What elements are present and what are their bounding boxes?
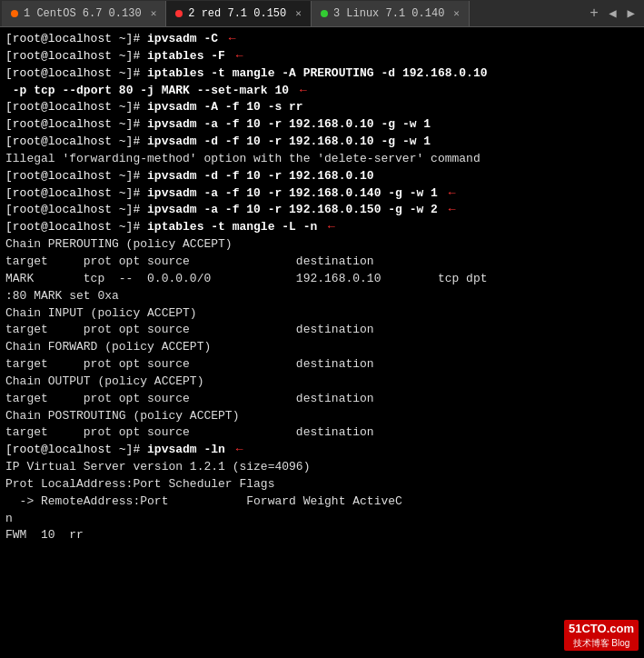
tab-1[interactable]: 1 CentOS 6.7 0.130✕ (2, 1, 166, 26)
terminal-line: Prot LocalAddress:Port Scheduler Flags (5, 476, 639, 494)
arrow-indicator: ← (222, 31, 236, 48)
terminal-line: [root@localhost ~]# ipvsadm -a -f 10 -r … (5, 116, 639, 134)
terminal-line: [root@localhost ~]# ipvsadm -ln ← (5, 442, 639, 459)
tab-dot-2 (175, 10, 183, 17)
tab-close-1[interactable]: ✕ (151, 7, 157, 19)
terminal-line: -p tcp --dport 80 -j MARK --set-mark 10 … (5, 83, 639, 100)
output-text: target prot opt source destination (5, 391, 374, 408)
terminal-line: [root@localhost ~]# iptables -t mangle -… (5, 65, 639, 83)
tab-prev-button[interactable]: ◀ (605, 4, 619, 23)
terminal-line: -> RemoteAddress:Port Forward Weight Act… (5, 494, 639, 511)
output-text: Chain FORWARD (policy ACCEPT) (5, 339, 211, 356)
terminal-line: IP Virtual Server version 1.2.1 (size=40… (5, 459, 639, 476)
tab-dot-3 (321, 10, 328, 17)
terminal-line: target prot opt source destination (5, 322, 639, 339)
output-text: target prot opt source destination (5, 356, 374, 374)
tab-close-2[interactable]: ✕ (295, 7, 302, 19)
command: ipvsadm -a -f 10 -r 192.168.0.140 -g -w … (147, 185, 438, 203)
terminal-line: target prot opt source destination (5, 254, 639, 271)
output-text: Chain INPUT (policy ACCEPT) (5, 305, 197, 323)
tab-close-3[interactable]: ✕ (453, 7, 460, 19)
command: ipvsadm -a -f 10 -r 192.168.0.150 -g -w … (147, 202, 438, 219)
command: iptables -t mangle -A PREROUTING -d 192.… (147, 65, 487, 83)
terminal-line: [root@localhost ~]# iptables -t mangle -… (5, 219, 639, 236)
terminal-line: [root@localhost ~]# ipvsadm -a -f 10 -r … (5, 185, 639, 203)
arrow-indicator: ← (229, 48, 243, 65)
output-text: target prot opt source destination (5, 254, 374, 271)
arrow-indicator: ← (292, 83, 307, 100)
prompt: [root@localhost ~]# (5, 134, 147, 151)
terminal-output[interactable]: [root@localhost ~]# ipvsadm -C ←[root@lo… (0, 27, 644, 658)
terminal-line: [root@localhost ~]# ipvsadm -a -f 10 -r … (5, 202, 639, 219)
output-text: target prot opt source destination (5, 322, 374, 339)
prompt: [root@localhost ~]# (5, 31, 147, 48)
output-text: :80 MARK set 0xa (5, 288, 119, 305)
terminal-line: Chain POSTROUTING (policy ACCEPT) (5, 408, 639, 425)
tab-label-2: 2 red 7.1 0.150 (188, 7, 286, 20)
terminal-line: FWM 10 rr (5, 527, 639, 544)
prompt: [root@localhost ~]# (5, 48, 147, 65)
tab-bar: 1 CentOS 6.7 0.130✕2 red 7.1 0.150✕3 Lin… (0, 0, 644, 27)
arrow-indicator: ← (441, 202, 456, 219)
output-text: IP Virtual Server version 1.2.1 (size=40… (5, 459, 310, 476)
watermark-site: 51CTO.com (569, 622, 634, 637)
terminal-line: [root@localhost ~]# ipvsadm -C ← (5, 31, 639, 48)
output-text: -> RemoteAddress:Port Forward Weight Act… (5, 494, 402, 511)
terminal-line: Chain FORWARD (policy ACCEPT) (5, 339, 639, 356)
command-continuation: -p tcp --dport 80 -j MARK --set-mark 10 (5, 83, 289, 100)
new-tab-button[interactable]: + (583, 3, 605, 25)
terminal-line: [root@localhost ~]# ipvsadm -A -f 10 -s … (5, 99, 639, 116)
tab-navigation: ◀ ▶ (605, 4, 642, 23)
tab-2[interactable]: 2 red 7.1 0.150✕ (166, 1, 312, 26)
output-text: n (5, 511, 13, 528)
command: ipvsadm -d -f 10 -r 192.168.0.10 (147, 168, 374, 185)
terminal-line: [root@localhost ~]# ipvsadm -d -f 10 -r … (5, 168, 639, 185)
output-text: Illegal 'forwarding-method' option with … (5, 151, 481, 168)
output-text: Chain OUTPUT (policy ACCEPT) (5, 374, 203, 391)
terminal-line: :80 MARK set 0xa (5, 288, 639, 305)
terminal-line: Chain OUTPUT (policy ACCEPT) (5, 374, 639, 391)
arrow-indicator: ← (441, 185, 456, 203)
tab-label-3: 3 Linux 7.1 0.140 (333, 7, 444, 20)
output-text: FWM 10 rr (5, 527, 84, 544)
prompt: [root@localhost ~]# (5, 168, 147, 185)
prompt: [root@localhost ~]# (5, 219, 147, 236)
terminal-line: target prot opt source destination (5, 424, 639, 442)
terminal-line: Illegal 'forwarding-method' option with … (5, 151, 639, 168)
output-text: Chain PREROUTING (policy ACCEPT) (5, 236, 233, 254)
command: ipvsadm -d -f 10 -r 192.168.0.10 -g -w 1 (147, 134, 431, 151)
watermark: 51CTO.com 技术博客 Blog (564, 620, 639, 651)
prompt: [root@localhost ~]# (5, 116, 147, 134)
prompt: [root@localhost ~]# (5, 185, 147, 203)
output-text: Chain POSTROUTING (policy ACCEPT) (5, 408, 239, 425)
terminal-line: MARK tcp -- 0.0.0.0/0 192.168.0.10 tcp d… (5, 271, 639, 288)
prompt: [root@localhost ~]# (5, 65, 147, 83)
command: iptables -F (147, 48, 225, 65)
output-text: MARK tcp -- 0.0.0.0/0 192.168.0.10 tcp d… (5, 271, 488, 288)
command: ipvsadm -a -f 10 -r 192.168.0.10 -g -w 1 (147, 116, 431, 134)
prompt: [root@localhost ~]# (5, 442, 147, 459)
prompt: [root@localhost ~]# (5, 202, 147, 219)
command: ipvsadm -A -f 10 -s rr (147, 99, 303, 116)
terminal-line: Chain INPUT (policy ACCEPT) (5, 305, 639, 323)
arrow-indicator: ← (321, 219, 335, 236)
prompt: [root@localhost ~]# (5, 99, 147, 116)
terminal-line: Chain PREROUTING (policy ACCEPT) (5, 236, 639, 254)
tab-next-button[interactable]: ▶ (624, 4, 639, 23)
terminal-line: target prot opt source destination (5, 356, 639, 374)
terminal-line: n (5, 511, 639, 528)
terminal-line: [root@localhost ~]# ipvsadm -d -f 10 -r … (5, 134, 639, 151)
terminal-line: [root@localhost ~]# iptables -F ← (5, 48, 639, 65)
output-text: target prot opt source destination (5, 424, 374, 442)
command: ipvsadm -ln (147, 442, 225, 459)
tab-label-1: 1 CentOS 6.7 0.130 (24, 7, 142, 20)
arrow-indicator: ← (229, 442, 243, 459)
tab-dot-1 (11, 10, 18, 17)
command: iptables -t mangle -L -n (147, 219, 317, 236)
terminal-line: target prot opt source destination (5, 391, 639, 408)
watermark-sub: 技术博客 Blog (573, 637, 630, 649)
command: ipvsadm -C (147, 31, 218, 48)
tab-3[interactable]: 3 Linux 7.1 0.140✕ (312, 1, 470, 26)
output-text: Prot LocalAddress:Port Scheduler Flags (5, 476, 274, 494)
